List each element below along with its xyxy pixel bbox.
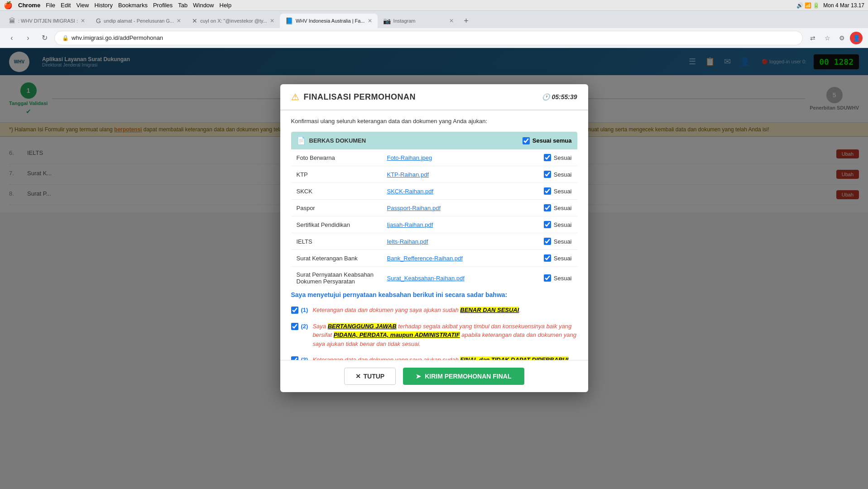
statement-text-2: Saya BERTANGGUNG JAWAB terhadap segala a… xyxy=(312,322,577,349)
tab-favicon-4: 📘 xyxy=(285,17,293,24)
checkbox-ktp[interactable] xyxy=(544,171,551,178)
menubar-window[interactable]: Window xyxy=(193,2,214,9)
modal-title: FINALISASI PERMOHONAN xyxy=(304,92,416,102)
highlight-2b: PIDANA, PERDATA, maupun ADMINISTRATIF xyxy=(334,331,460,338)
tab-close-1[interactable]: ✕ xyxy=(81,18,85,24)
menubar-edit[interactable]: Edit xyxy=(61,2,71,9)
timer-value: 05:55:39 xyxy=(551,93,577,101)
tab-favicon-1: 🏛 xyxy=(9,17,15,24)
tab-close-4[interactable]: ✕ xyxy=(368,18,372,24)
address-bar[interactable]: 🔒 whv.imigrasi.go.id/addPermohonan xyxy=(54,31,803,45)
back-button[interactable]: ‹ xyxy=(5,32,18,44)
doc-row-paspor: Paspor Passport-Raihan.pdf Sesuai xyxy=(291,200,577,216)
doc-row-keabsahan: Surat Pernyataan Keabsahan Dokumen Persy… xyxy=(291,267,577,289)
doc-label-bank: Surat Keterangan Bank xyxy=(297,255,387,262)
tab-close-2[interactable]: ✕ xyxy=(177,18,181,24)
profile-icon[interactable]: 👤 xyxy=(850,32,863,44)
tab-2[interactable]: G undip alamat - Penelusuran G... ✕ xyxy=(91,14,187,28)
tabbar: 🏛 : WHV DITJEN IMIGRASI : ✕ G undip alam… xyxy=(0,11,868,28)
statement-2: (2) Saya BERTANGGUNG JAWAB terhadap sega… xyxy=(291,322,577,349)
doc-check-ktp: Sesuai xyxy=(544,171,572,178)
checkbox-skck[interactable] xyxy=(544,187,551,195)
datetime: Mon 4 Mar 13.17 xyxy=(823,2,864,9)
menubar-history[interactable]: History xyxy=(94,2,112,9)
doc-label-foto: Foto Berwarna xyxy=(297,154,387,161)
checkbox-keabsahan[interactable] xyxy=(544,274,551,282)
tab-favicon-5: 📷 xyxy=(383,17,391,24)
checkbox-foto[interactable] xyxy=(544,154,551,161)
clock-icon: 🕐 xyxy=(542,93,550,101)
doc-check-sertifikat: Sesuai xyxy=(544,221,572,228)
doc-check-ielts: Sesuai xyxy=(544,238,572,245)
doc-file-foto[interactable]: Foto-Raihan.jpeg xyxy=(387,154,544,161)
doc-file-keabsahan[interactable]: Surat_Keabsahan-Raihan.pdf xyxy=(387,275,544,282)
menubar-tab[interactable]: Tab xyxy=(178,2,187,9)
statement-num-1: (1) xyxy=(301,307,308,313)
checkbox-bank[interactable] xyxy=(544,254,551,262)
checkbox-statement-2[interactable] xyxy=(291,323,298,330)
checkbox-sertifikat[interactable] xyxy=(544,221,551,228)
menubar-help[interactable]: Help xyxy=(220,2,232,9)
menubar-chrome[interactable]: Chrome xyxy=(18,2,40,9)
doc-label-sertifikat: Sertifikat Pendidikan xyxy=(297,221,387,228)
doc-label-keabsahan: Surat Pernyataan Keabsahan Dokumen Persy… xyxy=(297,271,387,285)
sesuai-label-paspor: Sesuai xyxy=(554,205,572,211)
statements-title: Saya menyetujui pernyataan keabsahan ber… xyxy=(291,291,577,298)
tab-3[interactable]: ✕ cuyl on X: "@investekor @ty... ✕ xyxy=(187,14,280,28)
bookmark-icon[interactable]: ☆ xyxy=(821,32,834,44)
statement-3: (3) Keterangan data dan dokumen yang say… xyxy=(291,355,577,360)
highlight-2a: BERTANGGUNG JAWAB xyxy=(328,323,397,330)
checkbox-statement-3[interactable] xyxy=(291,356,298,360)
doc-file-paspor[interactable]: Passport-Raihan.pdf xyxy=(387,205,544,211)
modal-overlay: ⚠ FINALISASI PERMOHONAN 🕐 05:55:39 Konfi… xyxy=(0,48,868,489)
statement-check-wrap-2: (2) xyxy=(291,322,308,330)
checkbox-ielts[interactable] xyxy=(544,238,551,245)
new-tab-button[interactable]: + xyxy=(459,14,474,28)
documents-section: 📄 BERKAS DOKUMEN Sesuai semua Foto Berwa… xyxy=(291,132,577,289)
page-content: WHV Aplikasi Layanan Surat Dukungan Dire… xyxy=(0,48,868,489)
doc-file-bank[interactable]: Bank_Refference-Raihan.pdf xyxy=(387,255,544,262)
apple-icon[interactable]: 🍎 xyxy=(4,1,13,10)
doc-file-ktp[interactable]: KTP-Raihan.pdf xyxy=(387,171,544,178)
modal-footer: ✕ TUTUP ➤ KIRIM PERMOHONAN FINAL xyxy=(280,360,588,392)
tab-5[interactable]: 📷 Instagram ✕ xyxy=(378,14,459,28)
tab-title-1: : WHV DITJEN IMIGRASI : xyxy=(18,18,78,24)
doc-check-bank: Sesuai xyxy=(544,254,572,262)
menubar-file[interactable]: File xyxy=(46,2,55,9)
doc-file-skck[interactable]: SKCK-Raihan.pdf xyxy=(387,188,544,195)
close-x-icon: ✕ xyxy=(355,373,361,380)
kirim-button[interactable]: ➤ KIRIM PERMOHONAN FINAL xyxy=(403,368,524,385)
reload-button[interactable]: ↻ xyxy=(38,32,51,44)
tab-1[interactable]: 🏛 : WHV DITJEN IMIGRASI : ✕ xyxy=(4,14,91,28)
check-all-checkbox[interactable] xyxy=(523,137,530,144)
doc-row-ktp: KTP KTP-Raihan.pdf Sesuai xyxy=(291,166,577,183)
sesuai-label-skck: Sesuai xyxy=(554,188,572,195)
menubar-view[interactable]: View xyxy=(76,2,89,9)
modal-timer: 🕐 05:55:39 xyxy=(542,93,577,101)
tutup-button[interactable]: ✕ TUTUP xyxy=(344,368,396,385)
translate-icon[interactable]: ⇄ xyxy=(806,32,819,44)
tab-4[interactable]: 📘 WHV Indonesia Australia | Fa... ✕ xyxy=(280,14,378,28)
tab-close-3[interactable]: ✕ xyxy=(270,18,274,24)
highlight-3: FINAL dan TIDAK DAPAT DIPERBARUI xyxy=(460,356,568,360)
statement-text-1: Keterangan data dan dokumen yang saya aj… xyxy=(312,306,521,315)
doc-row-sertifikat: Sertifikat Pendidikan Ijasah-Raihan.pdf … xyxy=(291,216,577,233)
forward-button[interactable]: › xyxy=(22,32,34,44)
menubar-bookmarks[interactable]: Bookmarks xyxy=(118,2,148,9)
statement-check-wrap-3: (3) xyxy=(291,355,308,360)
extensions-icon[interactable]: ⚙ xyxy=(835,32,848,44)
check-all-label: Sesuai semua xyxy=(532,137,572,144)
doc-header-icon: 📄 xyxy=(297,136,306,145)
statement-1: (1) Keterangan data dan dokumen yang say… xyxy=(291,306,577,315)
doc-file-sertifikat[interactable]: Ijasah-Raihan.pdf xyxy=(387,221,544,228)
warning-triangle-icon: ⚠ xyxy=(291,91,299,102)
browser-window: 🏛 : WHV DITJEN IMIGRASI : ✕ G undip alam… xyxy=(0,11,868,489)
checkbox-paspor[interactable] xyxy=(544,204,551,211)
doc-file-ielts[interactable]: Ielts-Raihan.pdf xyxy=(387,238,544,245)
menubar-profiles[interactable]: Profiles xyxy=(153,2,173,9)
statement-check-wrap-1: (1) xyxy=(291,306,308,314)
tab-close-5[interactable]: ✕ xyxy=(449,18,454,24)
checkbox-statement-1[interactable] xyxy=(291,307,298,314)
tab-favicon-3: ✕ xyxy=(192,17,197,24)
menubar: 🍎 Chrome File Edit View History Bookmark… xyxy=(0,0,868,11)
